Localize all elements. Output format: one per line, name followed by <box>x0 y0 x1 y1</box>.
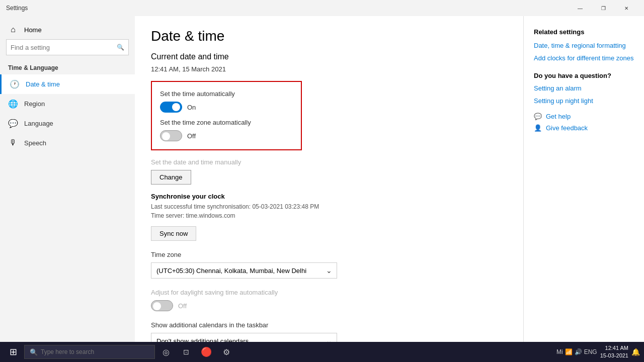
sidebar-search-box[interactable]: 🔍 <box>6 39 129 55</box>
taskbar-notification-icon[interactable]: 🔔 <box>631 348 640 356</box>
auto-time-toggle-row: On <box>160 102 293 113</box>
question-title: Do you have a question? <box>534 72 634 79</box>
daylight-label: Adjust for daylight saving time automati… <box>151 289 507 296</box>
get-help-row: 💬 Get help 👤 Give feedback <box>534 113 634 132</box>
timezone-label: Time zone <box>151 251 507 258</box>
auto-timezone-toggle-row: Off <box>160 130 293 141</box>
sync-section: Synchronise your clock Last successful t… <box>151 193 507 241</box>
taskbar-task-view-button[interactable]: ⊡ <box>177 343 195 361</box>
sidebar: ⌂ Home 🔍 Time & Language 🕐 Date & time 🌐… <box>0 16 135 342</box>
taskbar-clock[interactable]: 12:41 AM 15-03-2021 <box>600 344 628 360</box>
speech-icon: 🎙 <box>8 138 18 147</box>
chrome-icon: 🔴 <box>201 346 212 357</box>
sidebar-speech-label: Speech <box>24 139 46 147</box>
daylight-section: Adjust for daylight saving time automati… <box>151 289 507 311</box>
sidebar-item-speech[interactable]: 🎙 Speech <box>0 133 135 152</box>
taskbar-search-icon: 🔍 <box>30 348 38 356</box>
taskbar: ⊞ 🔍 ◎ ⊡ 🔴 ⚙ Mi 📶 🔊 ENG 12:41 AM 15-03-20… <box>0 342 644 362</box>
auto-time-knob <box>172 103 180 111</box>
timezone-select-wrapper: (UTC+05:30) Chennai, Kolkata, Mumbai, Ne… <box>151 262 337 279</box>
sidebar-item-language[interactable]: 💬 Language <box>0 114 135 133</box>
sidebar-date-time-label: Date & time <box>26 80 60 88</box>
feedback-icon: 👤 <box>534 124 542 132</box>
help-link-alarm[interactable]: Setting an alarm <box>534 84 634 92</box>
manual-label: Set the date and time manually <box>151 158 507 166</box>
get-help-label: Get help <box>546 113 571 120</box>
daylight-toggle[interactable] <box>151 300 173 311</box>
get-help-link[interactable]: 💬 Get help <box>534 113 634 120</box>
system-tray: Mi 📶 🔊 ENG <box>556 348 597 355</box>
sync-info2: Time server: time.windows.com <box>151 212 507 219</box>
auto-time-group: Set the time automatically On <box>160 90 293 113</box>
calendar-label: Show additional calendars in the taskbar <box>151 321 507 329</box>
sidebar-section-label: Time & Language <box>0 61 135 74</box>
daylight-knob <box>153 302 161 310</box>
windows-icon: ⊞ <box>10 346 17 357</box>
sidebar-region-label: Region <box>24 100 45 108</box>
taskbar-settings-button[interactable]: ⚙ <box>217 343 235 361</box>
daylight-state: Off <box>178 302 187 310</box>
sidebar-item-region[interactable]: 🌐 Region <box>0 94 135 114</box>
search-icon: 🔍 <box>117 44 124 51</box>
right-panel: Related settings Date, time & regional f… <box>523 16 644 342</box>
timezone-select[interactable]: (UTC+05:30) Chennai, Kolkata, Mumbai, Ne… <box>151 262 337 279</box>
calendar-select[interactable]: Don't show additional calendars <box>151 333 337 342</box>
sidebar-language-label: Language <box>24 120 53 127</box>
help-link-nightlight[interactable]: Setting up night light <box>534 97 634 105</box>
home-icon: ⌂ <box>8 25 18 34</box>
related-link-clocks[interactable]: Add clocks for different time zones <box>534 54 634 62</box>
tray-icon-network: 📶 <box>565 348 573 355</box>
task-view-icon: ⊡ <box>183 348 189 356</box>
taskbar-right: Mi 📶 🔊 ENG 12:41 AM 15-03-2021 🔔 <box>556 344 640 360</box>
settings-icon: ⚙ <box>223 347 230 357</box>
daylight-toggle-row: Off <box>151 300 507 311</box>
page-title: Date & time <box>151 28 507 44</box>
titlebar-title: Settings <box>6 5 28 12</box>
tray-icon-mi: Mi <box>556 348 563 355</box>
main-content: Date & time Current date and time 12:41 … <box>135 16 523 342</box>
taskbar-chrome-button[interactable]: 🔴 <box>197 343 215 361</box>
auto-timezone-state: Off <box>187 132 196 140</box>
change-button[interactable]: Change <box>151 170 191 185</box>
search-input[interactable] <box>11 44 117 51</box>
auto-time-label: Set the time automatically <box>160 90 293 98</box>
related-title: Related settings <box>534 28 634 36</box>
feedback-link[interactable]: 👤 Give feedback <box>534 124 634 132</box>
region-icon: 🌐 <box>8 99 18 109</box>
sidebar-item-date-time[interactable]: 🕐 Date & time <box>0 74 135 94</box>
language-icon: 💬 <box>8 119 18 128</box>
auto-time-state: On <box>187 104 196 111</box>
calendar-select-wrapper: Don't show additional calendars <box>151 333 337 342</box>
auto-time-toggle[interactable] <box>160 102 182 113</box>
clock-icon: 🕐 <box>10 79 20 89</box>
auto-timezone-knob <box>162 132 170 140</box>
auto-timezone-group: Set the time zone automatically Off <box>160 119 293 141</box>
sidebar-item-home[interactable]: ⌂ Home <box>0 20 135 39</box>
titlebar: Settings — ❐ ✕ <box>0 0 644 16</box>
section-current-title: Current date and time <box>151 52 507 61</box>
tray-icon-volume: 🔊 <box>575 348 582 355</box>
auto-timezone-label: Set the time zone automatically <box>160 119 293 126</box>
timezone-section: Time zone (UTC+05:30) Chennai, Kolkata, … <box>151 251 507 279</box>
taskbar-date-display: 15-03-2021 <box>600 352 628 359</box>
auto-settings-box: Set the time automatically On Set the ti… <box>151 81 302 150</box>
taskbar-search[interactable]: 🔍 <box>24 345 155 359</box>
feedback-label: Give feedback <box>546 124 588 132</box>
cortana-icon: ◎ <box>163 347 170 357</box>
taskbar-cortana-button[interactable]: ◎ <box>157 343 175 361</box>
minimize-button[interactable]: — <box>569 0 592 16</box>
close-button[interactable]: ✕ <box>615 0 638 16</box>
taskbar-time-display: 12:41 AM <box>600 344 628 352</box>
calendar-section: Show additional calendars in the taskbar… <box>151 321 507 342</box>
sync-now-button[interactable]: Sync now <box>151 226 196 241</box>
start-button[interactable]: ⊞ <box>4 343 22 361</box>
auto-timezone-toggle[interactable] <box>160 130 182 141</box>
related-link-formatting[interactable]: Date, time & regional formatting <box>534 42 634 49</box>
sync-title: Synchronise your clock <box>151 193 507 200</box>
sync-info1: Last successful time synchronisation: 05… <box>151 203 507 210</box>
restore-button[interactable]: ❐ <box>592 0 615 16</box>
taskbar-search-input[interactable] <box>41 348 131 355</box>
tray-language: ENG <box>584 348 597 355</box>
current-time-display: 12:41 AM, 15 March 2021 <box>151 65 507 73</box>
app-container: ⌂ Home 🔍 Time & Language 🕐 Date & time 🌐… <box>0 16 644 342</box>
